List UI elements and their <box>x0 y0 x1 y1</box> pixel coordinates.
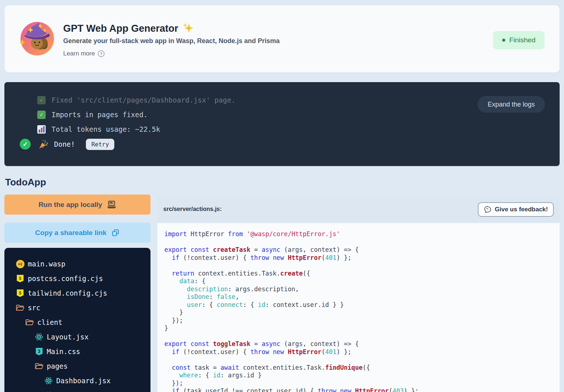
log-line: ✓ Fixed 'src/client/pages/Dashboard.jsx'… <box>37 95 235 105</box>
copy-shareable-link-button[interactable]: Copy a shareable link <box>4 223 150 243</box>
tree-item-src[interactable]: src <box>4 300 150 315</box>
code-line: user: { connect: { id: context.user.id }… <box>164 301 560 309</box>
code-line: data: { <box>164 277 560 285</box>
code-line: if (!context.user) { throw new HttpError… <box>164 254 560 262</box>
speech-bubble-icon <box>484 205 492 214</box>
log-line: ✓ Imports in pages fixed. <box>37 110 148 119</box>
code-line: }); <box>164 317 560 325</box>
code-panel-header: src/server/actions.js: Give us feedback! <box>157 196 560 223</box>
code-line: const task = await context.entities.Task… <box>164 364 560 372</box>
app-logo <box>19 21 55 57</box>
tree-item-label: postcss.config.cjs <box>28 274 103 283</box>
css-file-icon: 3 <box>36 348 43 356</box>
tree-item-main-wasp[interactable]: =)main.wasp <box>4 257 150 271</box>
give-feedback-button[interactable]: Give us feedback! <box>478 202 554 217</box>
sparkles-icon <box>182 22 194 35</box>
question-circle-icon: ? <box>98 50 105 57</box>
code-viewer: import HttpError from '@wasp/core/HttpEr… <box>157 223 560 392</box>
project-name: TodoApp <box>5 177 46 188</box>
file-tree: =)main.waspSpostcss.config.cjsStailwind.… <box>4 248 150 392</box>
check-emoji-icon: ✓ <box>37 96 46 104</box>
tree-item-label: Dashboard.jsx <box>56 377 111 385</box>
success-check-icon: ✓ <box>20 139 31 150</box>
run-app-locally-button[interactable]: Run the app locally <box>4 195 150 215</box>
folder-open-icon <box>35 362 43 370</box>
code-file-path: src/server/actions.js: <box>163 206 222 212</box>
tree-item-dashboard-jsx[interactable]: Dashboard.jsx <box>4 373 150 388</box>
log-line: Total tokens usage: ~22.5k <box>37 124 160 134</box>
code-line: if (task.userId !== context.user.id) { t… <box>164 387 560 392</box>
code-line <box>164 262 560 270</box>
code-line: }); <box>164 380 560 388</box>
tree-item-tailwind-config-cjs[interactable]: Stailwind.config.cjs <box>4 286 150 300</box>
app-subtitle: Generate your full-stack web app in Wasp… <box>63 37 280 45</box>
svg-text:?: ? <box>100 51 103 56</box>
tree-item-label: main.wasp <box>28 260 65 268</box>
tree-item-label: tailwind.config.cjs <box>28 289 107 297</box>
log-panel: ✓ Fixed 'src/client/pages/Dashboard.jsx'… <box>4 82 560 166</box>
status-dot-icon <box>502 39 505 42</box>
page-title: GPT Web App Generator <box>63 22 194 35</box>
code-line: import HttpError from '@wasp/core/HttpEr… <box>164 230 560 238</box>
copy-icon <box>111 228 120 237</box>
tree-item-label: Main.css <box>47 347 80 356</box>
folder-open-icon <box>16 304 24 311</box>
wasp-file-icon: =) <box>16 260 24 268</box>
code-line <box>164 356 560 364</box>
code-line: export const createTask = async (args, c… <box>164 246 560 254</box>
status-badge: Finished <box>493 31 545 49</box>
react-icon <box>35 333 43 341</box>
js-file-icon: S <box>17 289 24 297</box>
folder-open-icon <box>25 319 34 326</box>
bar-chart-emoji-icon <box>37 125 46 134</box>
tree-item-layout-jsx[interactable]: Layout.jsx <box>4 330 150 344</box>
code-line: return context.entities.Task.create({ <box>164 270 560 278</box>
tree-item-login-jsx[interactable]: Login.jsx <box>4 388 150 392</box>
code-line: if (!context.user) { throw new HttpError… <box>164 348 560 356</box>
log-line-done: Done! Retry <box>38 139 114 149</box>
code-line <box>164 238 560 246</box>
code-line: } <box>164 324 560 333</box>
tree-item-label: client <box>37 318 62 326</box>
tree-item-label: Layout.jsx <box>47 333 88 341</box>
code-line: description: args.description, <box>164 285 560 293</box>
code-line: isDone: false, <box>164 293 560 301</box>
retry-button[interactable]: Retry <box>86 139 114 150</box>
code-line: export const toggleTask = async (args, c… <box>164 340 560 348</box>
laptop-icon <box>107 200 117 209</box>
tree-item-label: pages <box>47 362 68 370</box>
code-line: } <box>164 309 560 317</box>
tree-item-main-css[interactable]: 3Main.css <box>4 344 150 359</box>
tree-item-postcss-config-cjs[interactable]: Spostcss.config.cjs <box>4 271 150 286</box>
tree-item-pages[interactable]: pages <box>4 359 150 373</box>
expand-logs-button[interactable]: Expand the logs <box>477 96 545 113</box>
party-popper-icon <box>38 139 48 149</box>
header-card: GPT Web App Generator Generate your full… <box>4 5 560 73</box>
code-line: where: { id: args.id } <box>164 372 560 380</box>
code-line <box>164 333 560 341</box>
learn-more-link[interactable]: Learn more ? <box>63 50 105 57</box>
js-file-icon: S <box>17 275 24 283</box>
tree-item-label: src <box>28 304 40 312</box>
tree-item-client[interactable]: client <box>4 315 150 330</box>
react-icon <box>44 376 53 385</box>
check-emoji-icon: ✓ <box>37 111 46 119</box>
